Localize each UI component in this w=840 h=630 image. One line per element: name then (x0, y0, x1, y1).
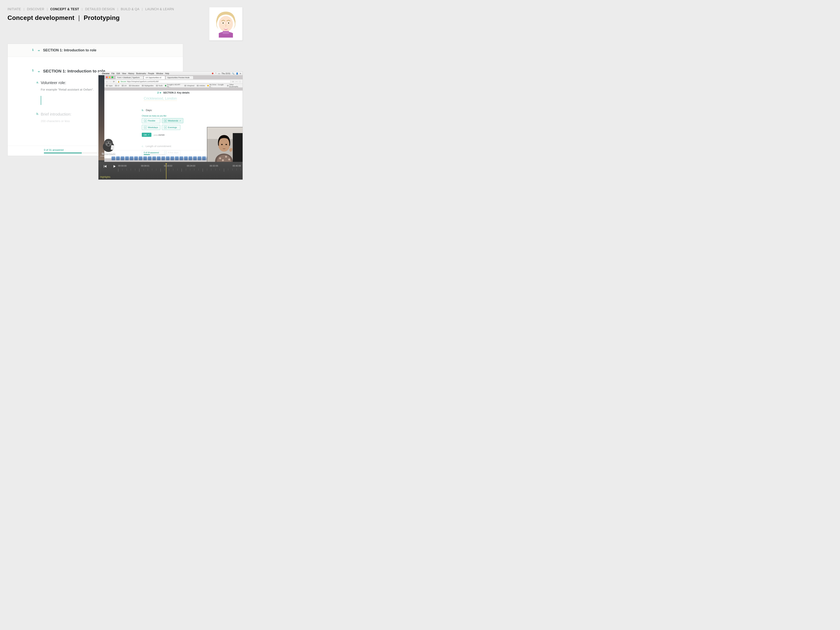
breadcrumb-item[interactable]: BUILD & QA (121, 8, 139, 11)
svg-rect-17 (233, 133, 243, 162)
menu-item[interactable]: File (111, 73, 115, 74)
reload-icon[interactable]: ⟳ (113, 81, 115, 83)
option-flexible[interactable]: AFlexible (142, 118, 160, 123)
favicon-icon (165, 85, 166, 87)
highlights-label[interactable]: Highlights (100, 175, 111, 178)
clock: Thu 15:51 (221, 73, 231, 74)
timestamp: 00:00:00 (118, 164, 126, 167)
menu-item[interactable]: Window (156, 73, 163, 74)
close-icon[interactable] (106, 76, 108, 78)
spotlight-icon[interactable]: 🔍 (232, 73, 234, 74)
forward-icon[interactable]: → (109, 81, 111, 83)
bookmark-item[interactable]: Articles (197, 85, 205, 87)
folder-icon (106, 85, 108, 87)
timestamp: 00:24:03 (187, 164, 195, 167)
bookmark-item[interactable]: Education (129, 85, 139, 87)
bookmark-item[interactable]: Other Bookmarks (227, 84, 241, 88)
url-text: https://vinspired.typeform.com/to/KEof6F (127, 81, 159, 82)
timestamp: 00:32:05 (210, 164, 218, 167)
breadcrumb-item[interactable]: DETAILED DESIGN (85, 8, 115, 11)
skip-start-icon[interactable] (103, 164, 107, 169)
separator: | (142, 8, 143, 11)
address-bar[interactable]: 🔒 Secure https://vinspired.typeform.com/… (116, 80, 231, 83)
location-answer: Cricklewood, London (144, 96, 177, 101)
extensions-icon[interactable]: ⋯ (235, 81, 237, 83)
menu-item[interactable]: Help (165, 73, 169, 74)
section-number: 2 ➔ (157, 92, 161, 94)
webcam-pip (207, 127, 243, 162)
question-number: 1 (32, 69, 34, 72)
option-weekends[interactable]: BWeekends (162, 118, 183, 123)
option-weekdays[interactable]: CWeekdays (142, 125, 160, 130)
play-icon[interactable] (112, 164, 117, 169)
bookmark-item[interactable]: Google's HEART fra… (165, 84, 182, 88)
back-icon[interactable]: ← (106, 81, 108, 83)
browser-tab[interactable]: Opportunities Preview Mode (166, 76, 193, 79)
timeline[interactable]: 00:00:00 00:08:01 00:16:02 00:24:03 00:3… (118, 164, 241, 173)
menu-item[interactable]: Bookmarks (136, 73, 146, 74)
bookmark-item[interactable]: Tools (156, 85, 163, 87)
sub-letter: b. (36, 112, 39, 115)
menu-item[interactable]: View (122, 73, 126, 74)
user-icon[interactable]: 👤 (236, 73, 238, 74)
star-icon[interactable]: ☆ (232, 81, 234, 83)
bookmark-item[interactable]: Vinspired (184, 85, 194, 87)
ok-button[interactable]: OK ✓ (142, 133, 152, 137)
breadcrumb-item-active[interactable]: CONCEPT & TEST (50, 8, 79, 11)
playback-bar: 00:00:00 00:08:01 00:16:02 00:24:03 00:3… (98, 162, 243, 180)
bookmark-item[interactable]: UX (122, 85, 127, 87)
sub-label: Length of commitment: (146, 145, 172, 148)
menu-item[interactable]: History (128, 73, 134, 74)
svg-point-24 (228, 158, 230, 161)
chrome-tabstrip[interactable]: Form > Distribute | Typeform UX Opportun… (104, 75, 243, 79)
bookmarks-bar[interactable]: Apps UI UX Education Styleguides Tools G… (104, 84, 243, 88)
question-title: SECTION 1: Introduction to role (43, 69, 105, 73)
page-title: Concept development | Prototyping (8, 14, 120, 22)
notification-center-icon[interactable]: ≡ (240, 73, 241, 74)
bookmark-item[interactable]: UI (115, 85, 119, 87)
participant-video (207, 127, 243, 162)
bookmark-item[interactable]: My Drive - Google D… (207, 84, 224, 88)
option-evenings[interactable]: DEvenings (162, 125, 180, 130)
folder-icon (142, 85, 144, 87)
progress-bar (44, 153, 107, 153)
minimize-icon[interactable] (109, 76, 111, 78)
zoom-icon[interactable] (111, 76, 113, 78)
silverback-branding: Silverback UNREGISTERED (99, 136, 117, 157)
playhead[interactable] (166, 164, 166, 179)
svg-point-12 (109, 142, 111, 143)
wifi-icon[interactable]: ⌃ (215, 73, 216, 74)
key-badge: C (144, 126, 147, 129)
menu-item[interactable]: People (148, 73, 154, 74)
progress-bar (144, 154, 166, 155)
chrome-menu-icon[interactable]: ⋮ (239, 81, 241, 83)
secure-label: Secure (120, 81, 126, 82)
key-badge: B (164, 119, 167, 122)
text-input-caret[interactable] (41, 96, 41, 105)
breadcrumb-item[interactable]: INITIATE (8, 8, 21, 11)
bookmark-item[interactable]: Apps (106, 85, 113, 87)
chrome-toolbar: ← → ⟳ 🔒 Secure https://vinspired.typefor… (104, 79, 243, 84)
browser-tab-active[interactable]: UX Opportunities v2 (144, 76, 165, 79)
menu-app[interactable]: Chrome (102, 73, 109, 74)
menu-item[interactable]: Edit (117, 73, 120, 74)
sub-label: Days: (146, 109, 152, 112)
sub-letter: b. (142, 109, 144, 112)
window-traffic-lights[interactable] (106, 76, 113, 78)
browser-tab[interactable]: Form > Distribute | Typeform (115, 76, 143, 79)
breadcrumb-item[interactable]: DISCOVER (27, 8, 44, 11)
separator: | (117, 8, 118, 11)
title-left: Concept development (8, 14, 74, 21)
question-heading: 1 ➔ SECTION 1: Introduction to role (8, 57, 183, 73)
ok-hint: press ENTER (154, 134, 164, 136)
separator: | (78, 14, 80, 21)
key-badge: D (164, 126, 167, 129)
timestamp: 00:08:01 (141, 164, 150, 167)
bookmark-item[interactable]: Styleguides (142, 85, 153, 87)
separator: | (24, 8, 25, 11)
battery-icon[interactable]: ▭ (218, 73, 220, 74)
svg-point-6 (228, 23, 229, 24)
separator: | (82, 8, 83, 11)
breadcrumb-item[interactable]: LAUNCH & LEARN (145, 8, 174, 11)
menubar-status-dot (212, 73, 213, 74)
